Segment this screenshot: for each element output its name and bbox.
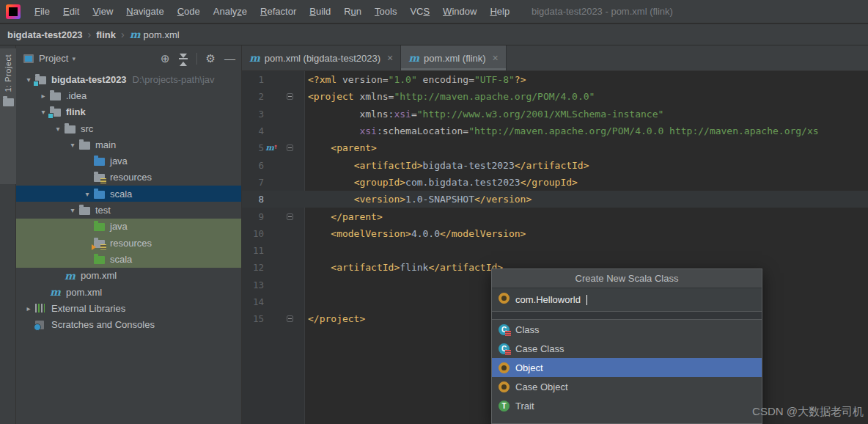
class-name-input[interactable]: com.Helloworld <box>492 288 762 312</box>
scala-object-icon <box>499 381 510 392</box>
chevron-down-icon[interactable]: ▾ <box>66 141 79 149</box>
maven-icon: m <box>65 271 79 281</box>
line-number: 12 <box>242 262 267 273</box>
chevron-right-icon[interactable]: ▸ <box>22 304 35 312</box>
close-icon[interactable]: × <box>387 52 393 64</box>
maven-reimport-icon[interactable]: m↑ <box>267 144 277 152</box>
tree-item-main[interactable]: ▾main <box>16 136 241 153</box>
tree-item-java[interactable]: java <box>16 153 241 169</box>
toolbar-divider <box>196 53 197 65</box>
chevron-down-icon[interactable]: ▾ <box>51 125 65 133</box>
chevron-down-icon: ▾ <box>72 55 76 62</box>
tree-item-src[interactable]: ▾src <box>16 120 241 136</box>
code-line-5: 5m↑ <parent> <box>242 139 868 156</box>
fold-marker-icon[interactable] <box>277 213 302 220</box>
scala-class-icon: C <box>499 324 510 335</box>
tree-item-label: java <box>110 221 128 232</box>
tool-window-tab-project[interactable]: 1: Project <box>0 48 16 184</box>
menu-items: FileEditViewNavigateCodeAnalyzeRefactorB… <box>28 0 516 23</box>
tree-item--idea[interactable]: ▸.idea <box>16 87 241 103</box>
folder-icon <box>79 140 94 150</box>
line-number: 2 <box>242 91 267 102</box>
maven-icon: m <box>408 53 424 63</box>
code-line-11: 11 <box>242 242 868 259</box>
kind-option-class[interactable]: CClass <box>492 320 762 339</box>
folder-test-icon <box>94 255 108 264</box>
menu-help[interactable]: Help <box>483 0 516 23</box>
tree-item-scratches-and-consoles[interactable]: Scratches and Consoles <box>16 316 241 332</box>
hide-panel-icon[interactable]: — <box>224 53 235 64</box>
collapse-all-icon[interactable] <box>179 54 188 64</box>
tree-item-scala[interactable]: scala <box>16 251 241 267</box>
code-text: <groupId>com.bigdata.test2023</groupId> <box>302 177 578 188</box>
code-line-10: 10 <modelVersion>4.0.0</modelVersion> <box>242 225 868 242</box>
tree-item-external-libraries[interactable]: ▸External Libraries <box>16 300 241 316</box>
menu-analyze[interactable]: Analyze <box>207 0 254 23</box>
menu-tools[interactable]: Tools <box>368 0 403 23</box>
kind-option-label: Object <box>515 362 543 373</box>
tree-item-label: src <box>81 123 93 134</box>
kind-option-case-object[interactable]: Case Object <box>492 377 762 396</box>
line-number: 9 <box>242 211 267 222</box>
editor-tab-pom-xml-bigdata-test2023-[interactable]: mpom.xml (bigdata-test2023)× <box>242 45 401 70</box>
tree-item-bigdata-test2023[interactable]: ▾bigdata-test2023D:\projects-path\jav <box>16 71 241 87</box>
csdn-watermark: CSDN @大数据老司机 <box>752 405 864 419</box>
tree-item-java[interactable]: java <box>16 219 241 235</box>
fold-marker-icon[interactable] <box>277 93 302 100</box>
menu-view[interactable]: View <box>86 0 119 23</box>
menu-navigate[interactable]: Navigate <box>119 0 170 23</box>
menu-refactor[interactable]: Refactor <box>254 0 303 23</box>
menu-vcs[interactable]: VCS <box>403 0 436 23</box>
project-view-selector[interactable]: Project ▾ <box>39 53 76 64</box>
code-text: xsi:schemaLocation="http://maven.apache.… <box>302 125 819 136</box>
line-number: 7 <box>242 177 267 188</box>
kind-option-trait[interactable]: TTrait <box>492 396 762 415</box>
editor-tab-pom-xml-flink-[interactable]: mpom.xml (flink)× <box>401 45 507 70</box>
maven-icon: m <box>130 29 141 40</box>
chevron-down-icon[interactable]: ▾ <box>66 206 79 214</box>
folder-test-icon <box>94 222 108 231</box>
line-number: 3 <box>242 109 267 120</box>
kind-option-object[interactable]: Object <box>492 358 762 377</box>
menu-build[interactable]: Build <box>303 0 337 23</box>
folder-icon <box>50 91 65 100</box>
dialog-separator <box>492 312 762 320</box>
chevron-down-icon[interactable]: ▾ <box>81 190 94 198</box>
gear-icon[interactable]: ⚙ <box>206 53 216 64</box>
menu-window[interactable]: Window <box>436 0 483 23</box>
line-number: 1 <box>242 74 267 85</box>
menu-code[interactable]: Code <box>171 0 207 23</box>
tree-item-scala[interactable]: ▾scala <box>16 186 241 202</box>
tree-item-label: resources <box>110 238 152 249</box>
breadcrumb-item[interactable]: bigdata-test2023 <box>7 29 83 40</box>
tree-item-label: scala <box>110 254 132 265</box>
tree-item-test[interactable]: ▾test <box>16 202 241 218</box>
project-panel-toolbar: ⊕⚙— <box>161 53 235 65</box>
close-icon[interactable]: × <box>493 52 499 64</box>
line-number: 11 <box>242 245 267 256</box>
tree-item-resources[interactable]: resources <box>16 235 241 251</box>
fold-marker-icon[interactable] <box>277 145 302 151</box>
tree-item-pom-xml[interactable]: mpom.xml <box>16 284 241 300</box>
kind-option-case-class[interactable]: CCase Class <box>492 339 762 358</box>
breadcrumb-item[interactable]: flink <box>96 29 116 40</box>
tree-item-resources[interactable]: resources <box>16 169 241 186</box>
chevron-right-icon[interactable]: ▸ <box>37 92 50 100</box>
tab-label: pom.xml (flink) <box>424 53 486 64</box>
breadcrumb-file[interactable]: pom.xml <box>144 29 180 40</box>
scala-object-icon <box>499 362 510 373</box>
scala-trait-icon: T <box>499 401 510 412</box>
menu-run[interactable]: Run <box>337 0 368 23</box>
code-text: <project xmlns="http://maven.apache.org/… <box>302 91 595 102</box>
locate-file-icon[interactable]: ⊕ <box>161 53 170 64</box>
menu-file[interactable]: File <box>28 0 56 23</box>
intellij-logo-icon[interactable] <box>6 4 21 19</box>
menu-edit[interactable]: Edit <box>56 0 86 23</box>
tree-item-pom-xml[interactable]: mpom.xml <box>16 268 241 284</box>
tab-label: pom.xml (bigdata-test2023) <box>265 53 380 64</box>
tree-item-flink[interactable]: ▾flink <box>16 104 241 120</box>
code-line-9: 9 </parent> <box>242 208 868 224</box>
line-number: 10 <box>242 228 267 239</box>
code-line-4: 4 xsi:schemaLocation="http://maven.apach… <box>242 123 868 139</box>
fold-marker-icon[interactable] <box>277 315 302 322</box>
